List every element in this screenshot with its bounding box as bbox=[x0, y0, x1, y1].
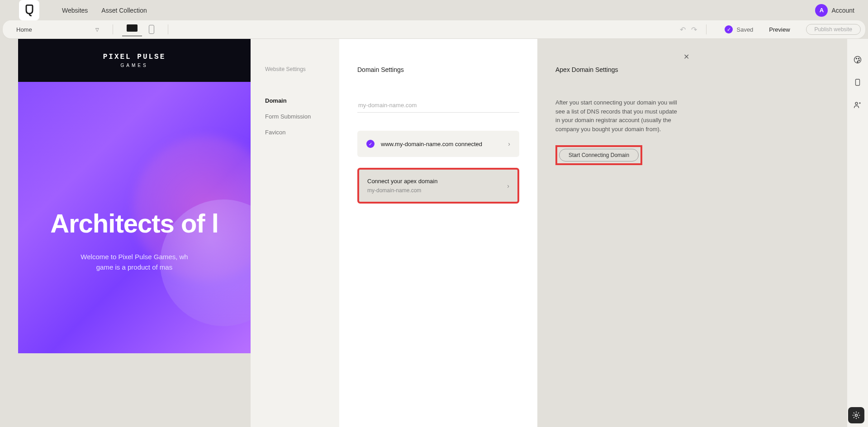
chevron-right-icon: › bbox=[507, 182, 509, 190]
settings-nav-form[interactable]: Form Submission bbox=[265, 113, 325, 120]
hero-title: Architects of l bbox=[50, 208, 218, 238]
connected-domain-text: www.my-domain-name.com connected bbox=[381, 141, 502, 147]
hero-subtitle: Welcome to Pixel Pulse Games, wh game is… bbox=[81, 252, 188, 272]
gear-icon bbox=[852, 411, 861, 420]
site-logo-sub: GAMES bbox=[103, 63, 166, 68]
mobile-icon[interactable] bbox=[149, 25, 154, 34]
domain-panel-title: Domain Settings bbox=[357, 66, 519, 73]
start-connecting-button[interactable]: Start Connecting Domain bbox=[559, 149, 639, 161]
site-logo-main: PIXEL PULSE bbox=[103, 53, 166, 61]
settings-gear-button[interactable] bbox=[848, 407, 864, 423]
avatar: A bbox=[815, 4, 828, 17]
apex-panel-title: Apex Domain Settings bbox=[555, 66, 681, 73]
people-icon[interactable] bbox=[853, 100, 862, 109]
site-header: PIXEL PULSE GAMES bbox=[18, 39, 251, 82]
page-selector-label: Home bbox=[16, 26, 32, 33]
site-logo: PIXEL PULSE GAMES bbox=[103, 53, 166, 68]
palette-icon[interactable] bbox=[853, 55, 862, 64]
save-status: ✓ Saved bbox=[725, 25, 753, 33]
apex-card-title: Connect your apex domain bbox=[367, 178, 501, 185]
check-icon: ✓ bbox=[725, 25, 733, 33]
svg-point-2 bbox=[859, 58, 859, 59]
undo-icon[interactable]: ↶ bbox=[680, 25, 686, 34]
right-rail bbox=[847, 39, 868, 427]
apex-card-sub: my-domain-name.com bbox=[367, 187, 501, 194]
top-nav: Websites Asset Collection A Account bbox=[0, 0, 868, 20]
site-hero: Architects of l Welcome to Pixel Pulse G… bbox=[18, 82, 251, 353]
start-button-highlight: Start Connecting Domain bbox=[555, 145, 642, 165]
settings-title: Website Settings bbox=[265, 66, 325, 72]
chevron-down-icon: ▽ bbox=[95, 27, 99, 32]
undo-redo: ↶ ↷ bbox=[675, 25, 702, 34]
connect-apex-card[interactable]: Connect your apex domain my-domain-name.… bbox=[357, 168, 519, 204]
topnav-links: Websites Asset Collection bbox=[62, 7, 147, 14]
close-icon[interactable]: ✕ bbox=[683, 52, 689, 61]
settings-nav-domain[interactable]: Domain bbox=[265, 97, 325, 104]
app-logo[interactable] bbox=[19, 0, 39, 20]
logo-icon bbox=[23, 4, 36, 17]
settings-sidebar: Website Settings Domain Form Submission … bbox=[251, 39, 339, 427]
page-icon[interactable] bbox=[853, 78, 862, 87]
connected-domain-card[interactable]: ✓ www.my-domain-name.com connected › bbox=[357, 131, 519, 157]
account-menu[interactable]: A Account bbox=[815, 4, 854, 17]
nav-assets[interactable]: Asset Collection bbox=[101, 7, 147, 14]
domain-input[interactable] bbox=[357, 98, 519, 113]
svg-point-1 bbox=[856, 58, 857, 59]
nav-websites[interactable]: Websites bbox=[62, 7, 88, 14]
svg-rect-4 bbox=[856, 79, 860, 85]
redo-icon[interactable]: ↷ bbox=[691, 25, 697, 34]
desktop-icon bbox=[127, 24, 138, 32]
account-label: Account bbox=[831, 7, 854, 14]
settings-nav-favicon[interactable]: Favicon bbox=[265, 129, 325, 136]
editor-toolbar: Home ▽ ↶ ↷ ✓ Saved Preview Publish websi… bbox=[3, 20, 865, 38]
domain-panel: Domain Settings ✓ www.my-domain-name.com… bbox=[339, 39, 537, 427]
preview-button[interactable]: Preview bbox=[769, 26, 790, 33]
site-canvas[interactable]: PIXEL PULSE GAMES Architects of l Welcom… bbox=[18, 39, 251, 427]
publish-button[interactable]: Publish website bbox=[806, 24, 861, 35]
device-switcher bbox=[118, 24, 163, 34]
saved-label: Saved bbox=[736, 26, 753, 33]
svg-point-5 bbox=[855, 102, 858, 104]
svg-point-0 bbox=[854, 57, 861, 63]
apex-panel: ✕ Apex Domain Settings After you start c… bbox=[537, 39, 699, 427]
main-area: PIXEL PULSE GAMES Architects of l Welcom… bbox=[0, 39, 868, 427]
device-desktop-button[interactable] bbox=[127, 24, 138, 34]
page-selector[interactable]: Home ▽ bbox=[7, 26, 108, 33]
apex-description: After you start connecting your domain y… bbox=[555, 98, 681, 133]
svg-point-3 bbox=[859, 60, 859, 61]
svg-point-6 bbox=[855, 414, 858, 417]
check-icon: ✓ bbox=[366, 140, 375, 148]
chevron-right-icon: › bbox=[508, 140, 510, 147]
